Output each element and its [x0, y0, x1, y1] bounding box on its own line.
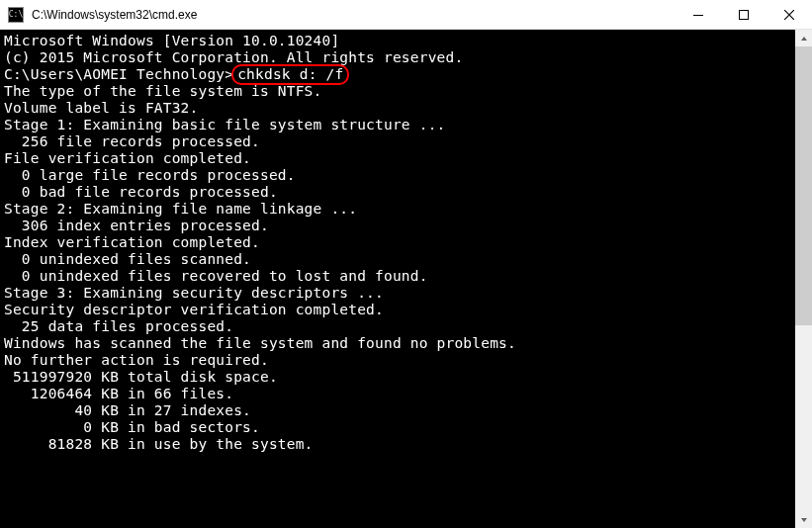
scroll-up-button[interactable] [795, 30, 812, 46]
command-text: chkdsk d: /f [237, 66, 343, 82]
window-titlebar: C:\ C:\Windows\system32\cmd.exe [0, 0, 812, 30]
output-line: 306 index entries processed. [4, 218, 791, 234]
output-line: 40 KB in 27 indexes. [4, 402, 791, 419]
svg-rect-0 [693, 15, 703, 16]
output-line: Stage 3: Examining security descriptors … [4, 285, 791, 302]
cmd-icon: C:\ [8, 7, 24, 23]
prompt: C:\Users\AOMEI Technology> [4, 66, 233, 82]
output-line: 0 unindexed files recovered to lost and … [4, 268, 791, 285]
output-line: 0 bad file records processed. [4, 184, 791, 201]
output-line: Volume label is FAT32. [4, 100, 791, 117]
output-line: 1206464 KB in 66 files. [4, 386, 791, 402]
output-line: Microsoft Windows [Version 10.0.10240] [4, 33, 791, 49]
output-line: No further action is required. [4, 352, 791, 369]
output-line: 0 KB in bad sectors. [4, 419, 791, 436]
prompt-line: C:\Users\AOMEI Technology>chkdsk d: /f [4, 66, 791, 83]
svg-rect-1 [740, 10, 749, 19]
window-title: C:\Windows\system32\cmd.exe [32, 8, 676, 22]
output-line: 81828 KB in use by the system. [4, 436, 791, 453]
output-line: 256 file records processed. [4, 133, 791, 150]
output-line: 0 unindexed files scanned. [4, 251, 791, 268]
output-line: 0 large file records processed. [4, 167, 791, 184]
maximize-button[interactable] [721, 0, 767, 29]
scrollbar-thumb[interactable] [795, 46, 812, 325]
output-line: The type of the file system is NTFS. [4, 83, 791, 100]
scroll-down-button[interactable] [795, 511, 812, 528]
window-controls [676, 0, 812, 29]
output-line: 25 data files processed. [4, 318, 791, 335]
output-line: Index verification completed. [4, 234, 791, 251]
terminal-output[interactable]: Microsoft Windows [Version 10.0.10240](c… [0, 30, 795, 528]
output-line: Windows has scanned the file system and … [4, 335, 791, 352]
output-line: Stage 1: Examining basic file system str… [4, 117, 791, 133]
terminal-area: Microsoft Windows [Version 10.0.10240](c… [0, 30, 812, 528]
command-highlight: chkdsk d: /f [231, 64, 349, 85]
vertical-scrollbar[interactable] [795, 30, 812, 528]
close-button[interactable] [767, 0, 812, 29]
scrollbar-track[interactable] [795, 46, 812, 511]
output-line: Security descriptor verification complet… [4, 302, 791, 318]
output-line: File verification completed. [4, 150, 791, 167]
minimize-button[interactable] [676, 0, 721, 29]
output-line: 511997920 KB total disk space. [4, 369, 791, 386]
output-line: Stage 2: Examining file name linkage ... [4, 201, 791, 218]
output-line: (c) 2015 Microsoft Corporation. All righ… [4, 49, 791, 66]
